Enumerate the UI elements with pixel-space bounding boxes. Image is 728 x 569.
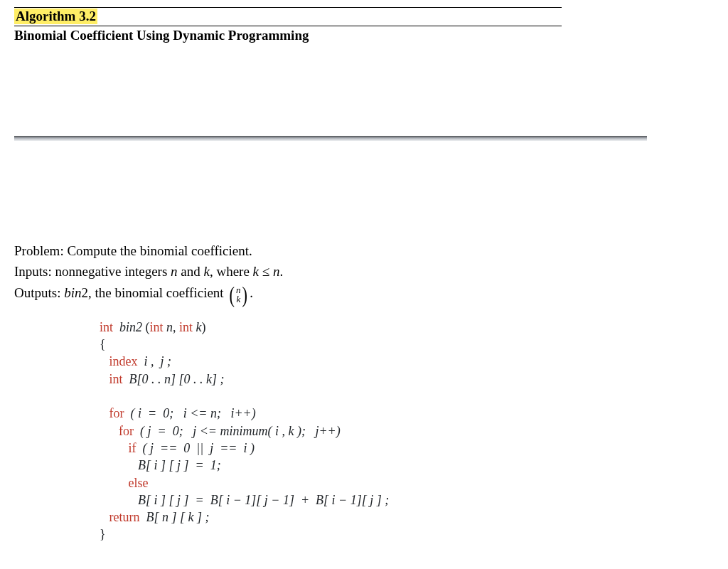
code-fn: bin2 xyxy=(113,320,146,334)
code-sp1: n xyxy=(164,320,173,334)
code-brace-open: { xyxy=(100,337,106,351)
inputs-mid: and xyxy=(178,264,204,279)
divider-shadow xyxy=(14,136,647,141)
paren-left: ( xyxy=(230,283,235,306)
rule-top xyxy=(14,7,562,8)
inputs-line: Inputs: nonnegative integers n and k, wh… xyxy=(14,261,562,282)
code-p2: ) xyxy=(202,320,206,334)
binom-symbol: (nk) xyxy=(228,282,248,306)
outputs-func: bin xyxy=(64,285,81,300)
inputs-pre: nonnegative integers xyxy=(55,264,171,279)
kw-index: index xyxy=(109,354,138,368)
var-k: k xyxy=(203,264,209,279)
paren-right: ) xyxy=(242,283,247,306)
binom-top: n xyxy=(236,285,241,294)
code-l3r: i , j ; xyxy=(138,354,172,368)
code-l11: B[ i ] [ j ] = B[ i − 1][ j − 1] + B[ i … xyxy=(138,493,389,507)
kw-int: int xyxy=(100,320,113,334)
problem-text: Compute the binomial coefficient. xyxy=(67,243,252,258)
outputs-mid: , the binomial coefficient xyxy=(88,285,227,300)
code-l8r: ( j == 0 || j == i ) xyxy=(136,441,255,455)
kw-int-3: int xyxy=(179,320,193,334)
inputs-end: . xyxy=(279,264,283,279)
algorithm-title: Binomial Coefficient Using Dynamic Progr… xyxy=(14,28,714,43)
code-brace-close: } xyxy=(100,527,106,541)
outputs-end: . xyxy=(250,285,253,300)
kw-int-4: int xyxy=(109,372,123,386)
kw-return: return xyxy=(109,510,140,524)
rule-mid xyxy=(14,26,562,26)
code-l7r: ( j = 0; j <= minimum( i , k ); j++) xyxy=(134,424,341,438)
kw-if: if xyxy=(129,441,136,455)
code-l6r: ( i = 0; i <= n; i++) xyxy=(124,406,256,420)
outputs-label: Outputs: xyxy=(14,285,64,300)
kw-else: else xyxy=(129,476,149,490)
description: Problem: Compute the binomial coefficien… xyxy=(14,240,562,306)
kw-int-2: int xyxy=(150,320,164,334)
inputs-post: , where xyxy=(210,264,253,279)
cond-rel: ≤ xyxy=(259,264,273,279)
code-comma: , xyxy=(173,320,179,334)
binom-bot: k xyxy=(236,294,241,304)
outputs-line: Outputs: bin2, the binomial coefficient … xyxy=(14,282,562,306)
code-l4r: B[0 . . n] [0 . . k] ; xyxy=(123,372,225,386)
code-l9: B[ i ] [ j ] = 1; xyxy=(138,458,221,472)
var-n: n xyxy=(171,264,178,279)
algorithm-label: Algorithm 3.2 xyxy=(14,9,97,24)
inputs-label: Inputs: xyxy=(14,264,55,279)
code-l12r: B[ n ] [ k ] ; xyxy=(139,510,209,524)
problem-label: Problem: xyxy=(14,243,67,258)
code-sp2: k xyxy=(193,320,202,334)
code-block: int bin2 (int n, int k) { index i , j ; … xyxy=(100,319,714,543)
kw-for-2: for xyxy=(119,424,134,438)
outputs-funcnum: 2 xyxy=(81,285,88,300)
problem-line: Problem: Compute the binomial coefficien… xyxy=(14,240,562,261)
page: Algorithm 3.2 Binomial Coefficient Using… xyxy=(0,0,728,543)
kw-for-1: for xyxy=(109,406,124,420)
cond-k: k xyxy=(253,264,259,279)
